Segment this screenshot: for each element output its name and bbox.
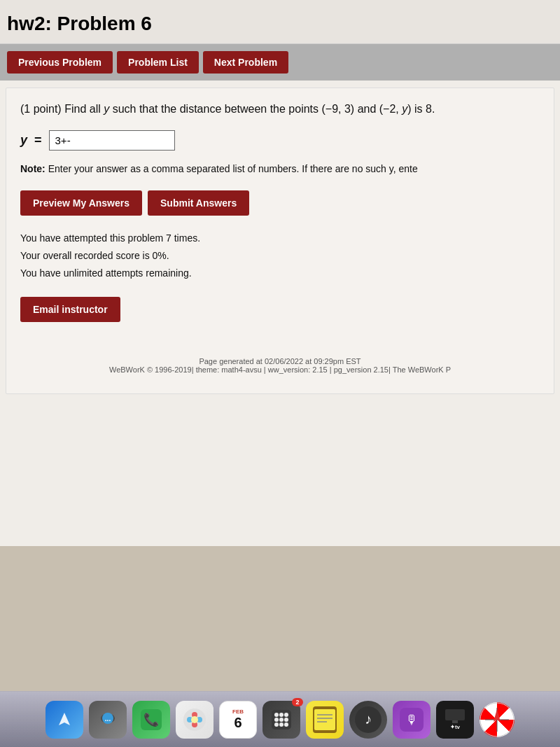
action-buttons: Preview My Answers Submit Answers bbox=[20, 190, 540, 216]
dock-badge-count: 2 bbox=[292, 698, 303, 706]
dock-item-podcast[interactable]: 🎙 bbox=[393, 701, 430, 739]
submit-answers-button[interactable]: Submit Answers bbox=[148, 190, 249, 216]
problem-list-button[interactable]: Problem List bbox=[117, 51, 199, 74]
answer-equals-sign: = bbox=[34, 133, 42, 148]
email-instructor-button[interactable]: Email instructor bbox=[20, 297, 120, 322]
svg-text:...: ... bbox=[105, 715, 111, 722]
svg-point-12 bbox=[274, 713, 279, 717]
svg-point-15 bbox=[274, 718, 279, 722]
dock-item-calendar[interactable]: FEB 6 bbox=[219, 701, 257, 739]
svg-point-17 bbox=[284, 718, 288, 722]
dock-item-grid[interactable]: 2 bbox=[262, 701, 300, 739]
preview-answers-button[interactable]: Preview My Answers bbox=[20, 190, 142, 216]
attempt-count: You have attempted this problem 7 times. bbox=[20, 230, 540, 247]
note-content: Enter your answer as a comma separated l… bbox=[48, 163, 418, 174]
mac-dock: ... 📞 FEB 6 bbox=[0, 691, 560, 747]
problem-text: Find all y such that the distance betwee… bbox=[64, 103, 435, 115]
dock-item-music[interactable]: ♪ bbox=[349, 701, 387, 739]
attempt-info: You have attempted this problem 7 times.… bbox=[20, 230, 540, 283]
answer-variable-label: y bbox=[20, 133, 27, 148]
svg-text:📞: 📞 bbox=[144, 712, 160, 727]
score-info: Your overall recorded score is 0%. bbox=[20, 247, 540, 265]
footer-line2: WeBWorK © 1996-2019| theme: math4-avsu |… bbox=[27, 365, 533, 374]
next-problem-button[interactable]: Next Problem bbox=[203, 51, 288, 74]
attempts-remaining: You have unlimited attempts remaining. bbox=[20, 265, 540, 282]
svg-text:🎙: 🎙 bbox=[405, 713, 418, 727]
dock-item-messages[interactable]: ... bbox=[89, 701, 127, 739]
previous-problem-button[interactable]: Previous Problem bbox=[7, 51, 113, 74]
svg-point-16 bbox=[279, 718, 284, 722]
dock-item-siri[interactable] bbox=[176, 701, 214, 739]
svg-point-14 bbox=[284, 713, 288, 717]
note-text: Note: Enter your answer as a comma separ… bbox=[20, 162, 540, 176]
dock-item-phone[interactable]: 📞 bbox=[132, 701, 170, 739]
dock-item-safari[interactable] bbox=[479, 702, 514, 737]
answer-row: y = bbox=[20, 130, 540, 151]
problem-points: (1 point) bbox=[20, 103, 62, 115]
svg-rect-31 bbox=[452, 720, 458, 723]
svg-text:♪: ♪ bbox=[365, 711, 372, 727]
svg-rect-22 bbox=[314, 709, 335, 730]
footer-line1: Page generated at 02/06/2022 at 09:29pm … bbox=[27, 357, 533, 365]
svg-rect-30 bbox=[445, 709, 465, 720]
svg-point-20 bbox=[284, 722, 288, 727]
dock-item-appletv[interactable]: ✦tv bbox=[436, 701, 474, 739]
calendar-day: 6 bbox=[234, 715, 241, 729]
svg-point-13 bbox=[279, 713, 284, 717]
dock-item-plane[interactable] bbox=[46, 701, 83, 739]
footer: Page generated at 02/06/2022 at 09:29pm … bbox=[20, 350, 540, 381]
problem-content: (1 point) Find all y such that the dista… bbox=[6, 88, 554, 394]
svg-point-18 bbox=[274, 722, 279, 727]
answer-input[interactable] bbox=[49, 130, 175, 151]
page-title: hw2: Problem 6 bbox=[0, 0, 560, 44]
dock-item-notes[interactable] bbox=[306, 701, 344, 739]
svg-point-10 bbox=[191, 716, 198, 723]
problem-statement: (1 point) Find all y such that the dista… bbox=[20, 101, 540, 118]
svg-point-19 bbox=[279, 722, 284, 727]
note-label: Note: bbox=[20, 163, 46, 174]
nav-bar: Previous Problem Problem List Next Probl… bbox=[0, 44, 560, 81]
